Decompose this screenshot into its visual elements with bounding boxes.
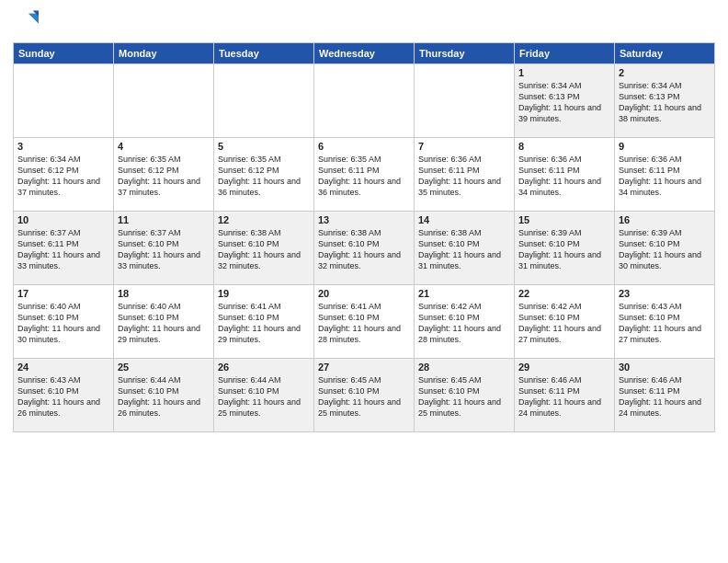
- day-number: 15: [518, 214, 610, 225]
- day-number: 6: [318, 141, 410, 152]
- day-number: 27: [318, 362, 410, 373]
- cell-info: Sunrise: 6:45 AM Sunset: 6:10 PM Dayligh…: [418, 374, 510, 419]
- week-row-2: 10Sunrise: 6:37 AM Sunset: 6:11 PM Dayli…: [14, 212, 715, 285]
- cell-info: Sunrise: 6:38 AM Sunset: 6:10 PM Dayligh…: [418, 227, 510, 272]
- day-number: 11: [118, 214, 210, 225]
- calendar-cell: 29Sunrise: 6:46 AM Sunset: 6:11 PM Dayli…: [515, 359, 615, 432]
- day-number: 16: [619, 214, 711, 225]
- calendar-table: SundayMondayTuesdayWednesdayThursdayFrid…: [13, 42, 715, 432]
- weekday-tuesday: Tuesday: [214, 43, 314, 64]
- calendar-body: 1Sunrise: 6:34 AM Sunset: 6:13 PM Daylig…: [14, 64, 715, 432]
- cell-info: Sunrise: 6:39 AM Sunset: 6:10 PM Dayligh…: [518, 227, 610, 272]
- cell-info: Sunrise: 6:38 AM Sunset: 6:10 PM Dayligh…: [318, 227, 410, 272]
- cell-info: Sunrise: 6:46 AM Sunset: 6:11 PM Dayligh…: [518, 374, 610, 419]
- cell-info: Sunrise: 6:37 AM Sunset: 6:10 PM Dayligh…: [118, 227, 210, 272]
- calendar-cell: 25Sunrise: 6:44 AM Sunset: 6:10 PM Dayli…: [114, 359, 214, 432]
- page: SundayMondayTuesdayWednesdayThursdayFrid…: [0, 0, 728, 563]
- header: [13, 9, 715, 35]
- cell-info: Sunrise: 6:41 AM Sunset: 6:10 PM Dayligh…: [218, 301, 310, 346]
- calendar-cell: 17Sunrise: 6:40 AM Sunset: 6:10 PM Dayli…: [14, 285, 114, 359]
- weekday-friday: Friday: [515, 43, 615, 64]
- cell-info: Sunrise: 6:36 AM Sunset: 6:11 PM Dayligh…: [418, 154, 510, 199]
- cell-info: Sunrise: 6:35 AM Sunset: 6:11 PM Dayligh…: [318, 154, 410, 199]
- calendar-cell: 8Sunrise: 6:36 AM Sunset: 6:11 PM Daylig…: [515, 138, 615, 212]
- cell-info: Sunrise: 6:34 AM Sunset: 6:13 PM Dayligh…: [619, 80, 711, 125]
- week-row-0: 1Sunrise: 6:34 AM Sunset: 6:13 PM Daylig…: [14, 64, 715, 138]
- day-number: 17: [17, 288, 109, 299]
- weekday-wednesday: Wednesday: [314, 43, 415, 64]
- cell-info: Sunrise: 6:37 AM Sunset: 6:11 PM Dayligh…: [17, 227, 109, 272]
- calendar-cell: 6Sunrise: 6:35 AM Sunset: 6:11 PM Daylig…: [314, 138, 415, 212]
- day-number: 22: [518, 288, 610, 299]
- week-row-4: 24Sunrise: 6:43 AM Sunset: 6:10 PM Dayli…: [14, 359, 715, 432]
- calendar-cell: [14, 64, 114, 138]
- calendar-cell: 2Sunrise: 6:34 AM Sunset: 6:13 PM Daylig…: [615, 64, 715, 138]
- calendar-cell: 5Sunrise: 6:35 AM Sunset: 6:12 PM Daylig…: [214, 138, 314, 212]
- weekday-thursday: Thursday: [415, 43, 515, 64]
- calendar-cell: 11Sunrise: 6:37 AM Sunset: 6:10 PM Dayli…: [114, 212, 214, 285]
- weekday-monday: Monday: [114, 43, 214, 64]
- cell-info: Sunrise: 6:35 AM Sunset: 6:12 PM Dayligh…: [218, 154, 310, 199]
- calendar-cell: 4Sunrise: 6:35 AM Sunset: 6:12 PM Daylig…: [114, 138, 214, 212]
- day-number: 7: [418, 141, 510, 152]
- day-number: 10: [17, 214, 109, 225]
- calendar-cell: 22Sunrise: 6:42 AM Sunset: 6:10 PM Dayli…: [515, 285, 615, 359]
- cell-info: Sunrise: 6:34 AM Sunset: 6:12 PM Dayligh…: [17, 154, 109, 199]
- weekday-header-row: SundayMondayTuesdayWednesdayThursdayFrid…: [14, 43, 715, 64]
- day-number: 20: [318, 288, 410, 299]
- cell-info: Sunrise: 6:41 AM Sunset: 6:10 PM Dayligh…: [318, 301, 410, 346]
- day-number: 3: [17, 141, 109, 152]
- calendar-cell: 30Sunrise: 6:46 AM Sunset: 6:11 PM Dayli…: [615, 359, 715, 432]
- cell-info: Sunrise: 6:46 AM Sunset: 6:11 PM Dayligh…: [619, 374, 711, 419]
- day-number: 28: [418, 362, 510, 373]
- cell-info: Sunrise: 6:44 AM Sunset: 6:10 PM Dayligh…: [118, 374, 210, 419]
- cell-info: Sunrise: 6:34 AM Sunset: 6:13 PM Dayligh…: [518, 80, 610, 125]
- calendar-cell: [314, 64, 415, 138]
- day-number: 30: [619, 362, 711, 373]
- calendar-cell: 24Sunrise: 6:43 AM Sunset: 6:10 PM Dayli…: [14, 359, 114, 432]
- calendar-cell: 14Sunrise: 6:38 AM Sunset: 6:10 PM Dayli…: [415, 212, 515, 285]
- day-number: 26: [218, 362, 310, 373]
- week-row-3: 17Sunrise: 6:40 AM Sunset: 6:10 PM Dayli…: [14, 285, 715, 359]
- day-number: 8: [518, 141, 610, 152]
- calendar-cell: 21Sunrise: 6:42 AM Sunset: 6:10 PM Dayli…: [415, 285, 515, 359]
- calendar-cell: [415, 64, 515, 138]
- cell-info: Sunrise: 6:43 AM Sunset: 6:10 PM Dayligh…: [17, 374, 109, 419]
- logo: [13, 9, 42, 35]
- calendar-cell: 28Sunrise: 6:45 AM Sunset: 6:10 PM Dayli…: [415, 359, 515, 432]
- cell-info: Sunrise: 6:35 AM Sunset: 6:12 PM Dayligh…: [118, 154, 210, 199]
- cell-info: Sunrise: 6:44 AM Sunset: 6:10 PM Dayligh…: [218, 374, 310, 419]
- calendar-cell: 9Sunrise: 6:36 AM Sunset: 6:11 PM Daylig…: [615, 138, 715, 212]
- calendar-cell: 13Sunrise: 6:38 AM Sunset: 6:10 PM Dayli…: [314, 212, 415, 285]
- day-number: 24: [17, 362, 109, 373]
- day-number: 23: [619, 288, 711, 299]
- calendar-cell: 15Sunrise: 6:39 AM Sunset: 6:10 PM Dayli…: [515, 212, 615, 285]
- day-number: 5: [218, 141, 310, 152]
- cell-info: Sunrise: 6:45 AM Sunset: 6:10 PM Dayligh…: [318, 374, 410, 419]
- cell-info: Sunrise: 6:38 AM Sunset: 6:10 PM Dayligh…: [218, 227, 310, 272]
- day-number: 29: [518, 362, 610, 373]
- cell-info: Sunrise: 6:42 AM Sunset: 6:10 PM Dayligh…: [418, 301, 510, 346]
- calendar-cell: [114, 64, 214, 138]
- week-row-1: 3Sunrise: 6:34 AM Sunset: 6:12 PM Daylig…: [14, 138, 715, 212]
- day-number: 18: [118, 288, 210, 299]
- logo-icon: [13, 9, 39, 35]
- calendar-cell: 18Sunrise: 6:40 AM Sunset: 6:10 PM Dayli…: [114, 285, 214, 359]
- calendar-cell: 16Sunrise: 6:39 AM Sunset: 6:10 PM Dayli…: [615, 212, 715, 285]
- day-number: 12: [218, 214, 310, 225]
- day-number: 19: [218, 288, 310, 299]
- day-number: 25: [118, 362, 210, 373]
- calendar-cell: 7Sunrise: 6:36 AM Sunset: 6:11 PM Daylig…: [415, 138, 515, 212]
- cell-info: Sunrise: 6:43 AM Sunset: 6:10 PM Dayligh…: [619, 301, 711, 346]
- calendar-cell: 19Sunrise: 6:41 AM Sunset: 6:10 PM Dayli…: [214, 285, 314, 359]
- day-number: 1: [518, 67, 610, 78]
- calendar-cell: 27Sunrise: 6:45 AM Sunset: 6:10 PM Dayli…: [314, 359, 415, 432]
- cell-info: Sunrise: 6:42 AM Sunset: 6:10 PM Dayligh…: [518, 301, 610, 346]
- day-number: 4: [118, 141, 210, 152]
- calendar-cell: 26Sunrise: 6:44 AM Sunset: 6:10 PM Dayli…: [214, 359, 314, 432]
- day-number: 14: [418, 214, 510, 225]
- calendar-cell: [214, 64, 314, 138]
- svg-rect-0: [13, 9, 39, 35]
- cell-info: Sunrise: 6:40 AM Sunset: 6:10 PM Dayligh…: [17, 301, 109, 346]
- calendar-cell: 3Sunrise: 6:34 AM Sunset: 6:12 PM Daylig…: [14, 138, 114, 212]
